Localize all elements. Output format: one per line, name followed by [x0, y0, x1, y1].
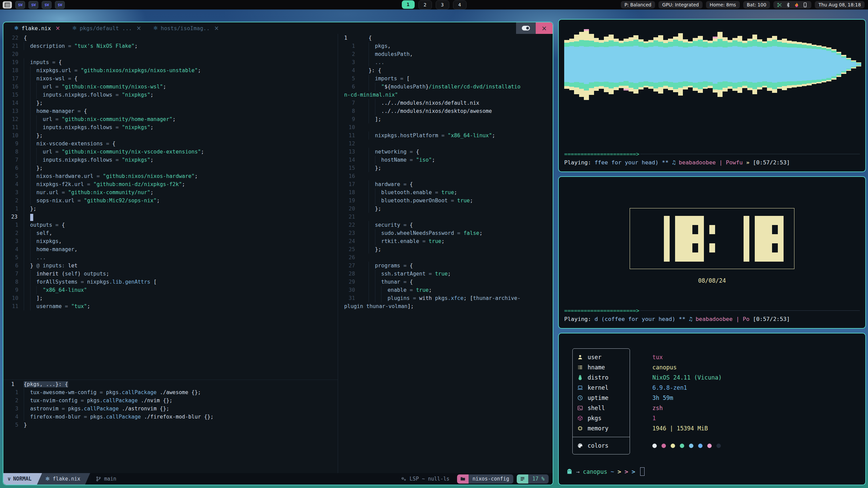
line-number: 8	[3, 278, 18, 286]
indent-guide	[24, 262, 24, 270]
fetch-label-box: userhnamedistrokerneluptimeshellpkgsmemo…	[572, 348, 630, 454]
fetch-row-user: user	[573, 352, 630, 362]
clock-glyph	[709, 216, 715, 262]
code-line: 5 ...	[3, 253, 338, 262]
viz-column	[698, 36, 703, 93]
tab-pkgs-default-[interactable]: ✻pkgs/default ...×	[66, 22, 147, 34]
fetch-row-kernel: kernel	[573, 383, 630, 393]
clock-time	[641, 216, 784, 262]
indent-guide	[24, 83, 24, 91]
phone-icon[interactable]	[803, 2, 808, 7]
bluetooth-icon[interactable]	[786, 2, 791, 7]
tab-label: pkgs/default ...	[80, 25, 132, 32]
clock-glyph	[641, 216, 670, 262]
viz-column	[653, 37, 658, 92]
tag-2[interactable]: 2	[418, 0, 432, 9]
indent-guide	[30, 156, 31, 164]
line-number: 24	[338, 237, 355, 245]
code-line: 1 };	[3, 205, 338, 213]
indent-guide	[30, 148, 31, 156]
code-line: 22 security = {	[338, 221, 553, 229]
viz-column	[599, 40, 604, 89]
indent-guide	[369, 237, 369, 245]
code-line: 19 bluetooth.powerOnBoot = true;	[338, 197, 553, 205]
editor-pane-flake[interactable]: 22{21 description = "tux's NixOS Flake";…	[3, 34, 338, 473]
scissors-icon[interactable]	[777, 2, 782, 7]
code-line: 6 };	[3, 164, 338, 172]
indent-guide	[36, 123, 37, 131]
terminal-palette-dots	[652, 441, 722, 451]
tag-1[interactable]: 1	[402, 0, 415, 9]
tab-close-icon[interactable]: ×	[55, 25, 60, 32]
taskbar-client-1[interactable]: $W	[15, 1, 25, 9]
desktop: $W$W$W$W 1234 P: BalancedGPU: Integrated…	[0, 0, 868, 488]
flame-icon[interactable]	[794, 2, 799, 7]
viz-column	[619, 41, 624, 88]
code-line: 6 } @ inputs: let	[3, 262, 338, 270]
terminal-clock-window[interactable]: 08/08/24 ======================> Playing…	[558, 176, 866, 329]
code-line: 8 forAllSystems = nixpkgs.lib.genAttrs [	[3, 278, 338, 286]
line-number: 11	[3, 302, 18, 310]
viz-column	[826, 47, 831, 81]
indent-guide	[24, 91, 24, 99]
line-number: 10	[3, 131, 18, 140]
taskbar-client-3[interactable]: $W	[42, 1, 52, 9]
indent-guide	[36, 83, 37, 91]
indent-guide	[30, 245, 31, 253]
slant-separator	[37, 473, 42, 485]
system-fetch: userhnamedistrokerneluptimeshellpkgsmemo…	[572, 348, 860, 454]
terminal-music-window[interactable]: ======================> Playing: ffee fo…	[558, 19, 866, 172]
line-number: 15	[3, 91, 18, 99]
tab-label: flake.nix	[22, 25, 51, 32]
viz-column	[683, 39, 688, 89]
tab-close-icon[interactable]: ×	[214, 25, 219, 32]
indent-guide	[24, 180, 24, 188]
line-number: 2	[3, 197, 18, 205]
titlebar-toggle-button[interactable]	[516, 22, 536, 34]
now-playing: Playing: ffee for your head) ** ♫ beabad…	[564, 158, 860, 167]
code-line: 14 };	[3, 99, 338, 107]
tab-hosts-isoImag-[interactable]: ✻hosts/isoImag..×	[147, 22, 225, 34]
prompt-path: ~	[611, 468, 614, 475]
indent-guide	[24, 245, 24, 253]
shell-prompt[interactable]: →canopus~>>>	[564, 467, 860, 480]
line-number: 14	[3, 99, 18, 107]
indent-guide	[24, 270, 24, 278]
tag-3[interactable]: 3	[436, 0, 449, 9]
app-launcher-button[interactable]	[3, 1, 12, 8]
tag-4[interactable]: 4	[453, 0, 467, 9]
indent-guide	[24, 237, 24, 245]
window-close-button[interactable]: ×	[536, 22, 553, 34]
clock-icon	[577, 395, 583, 401]
editor-pane-iso-image[interactable]: 1{1 pkgs,2 modulesPath,3 ...4}: {5 impor…	[338, 34, 553, 473]
tab-flake-nix[interactable]: ✻flake.nix×	[8, 22, 66, 34]
indent-guide	[369, 164, 369, 172]
taskbar-client-2[interactable]: $W	[28, 1, 38, 9]
fetch-values: tuxcanopusNixOS 24.11 (Vicuna)6.9.8-zen1…	[652, 348, 722, 454]
line-number: 15	[338, 164, 355, 172]
laptop-icon	[577, 385, 583, 390]
indent-guide	[24, 99, 24, 107]
clock-glyph	[675, 216, 704, 262]
line-number: 3	[3, 188, 18, 197]
tab-close-icon[interactable]: ×	[136, 25, 141, 32]
indent-guide	[24, 405, 24, 413]
taskbar-client-4[interactable]: $W	[55, 1, 65, 9]
indent-guide	[30, 302, 31, 310]
viz-column	[574, 35, 579, 94]
editor-pane-pkgs-default[interactable]: 1{pkgs, ...}: {1 tux-awesome-wm-config =…	[3, 380, 338, 429]
terminal-fetch-window[interactable]: userhnamedistrokerneluptimeshellpkgsmemo…	[558, 333, 866, 485]
indent-guide	[24, 286, 24, 294]
git-branch-icon	[96, 476, 101, 482]
indent-guide	[24, 302, 24, 310]
viz-column	[579, 32, 584, 97]
indent-guide	[30, 172, 31, 180]
prompt-chevron: >	[632, 468, 635, 475]
indent-guide	[375, 107, 375, 115]
terminal-cursor	[640, 467, 645, 476]
indent-guide	[36, 115, 37, 123]
code-line: 3 astronvim = pkgs.callPackage ./astronv…	[3, 405, 338, 413]
indent-guide	[30, 131, 31, 140]
viz-column	[737, 36, 743, 93]
statusline-filename: ✻ flake.nix	[42, 473, 85, 485]
